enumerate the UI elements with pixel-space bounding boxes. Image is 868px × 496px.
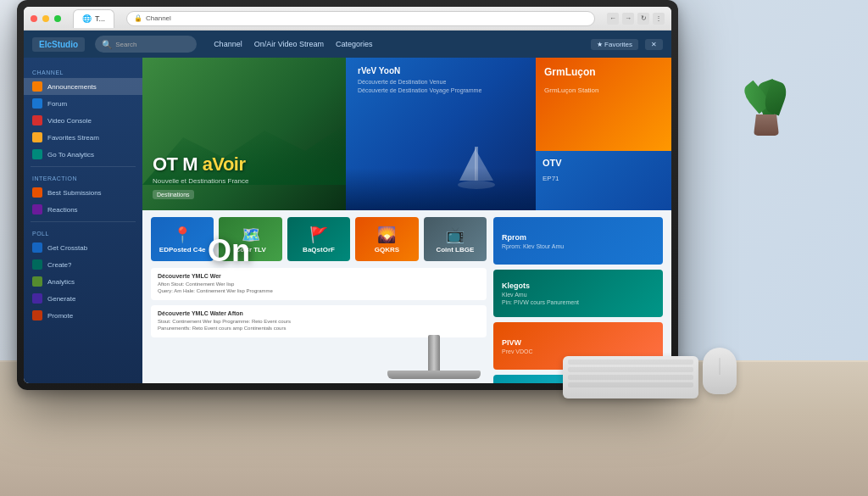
sidebar-label-favorites: Favorites Stream [47,134,99,142]
hero-title-block: OT M aVoir Nouvelle et Destinations Fran… [153,153,336,200]
sidebar-item-analytics[interactable]: Go To Analytics [24,146,142,163]
right-tile-2[interactable]: Klegots Klev Amu Pin: PIVW cours Panurem… [493,270,663,317]
reactions-icon [32,204,42,215]
favorites-button[interactable]: ★ Favorites [591,39,638,50]
browser-chrome: 🌐 T... 🔒 Channel ← → ↻ ⋮ [24,7,671,31]
generate-icon [32,293,42,304]
sidebar-item-promote[interactable]: Promote [24,307,142,324]
tile-orange[interactable]: 🌄 GQKRS [355,217,418,261]
browser-back[interactable]: ← [607,13,619,25]
app-nav-bar: ElcStudio 🔍 Search Channel On/Air Video … [24,31,671,58]
nav-search[interactable]: 🔍 Search [95,36,197,53]
tiles-row: 📍 EDPosted C4e 🗺️ CoBr TLV 🚩 BaQstOrF [151,217,487,261]
plant-pot [754,114,779,136]
tile-icon-3: 🚩 [309,226,328,244]
sidebar-item-submissions[interactable]: Best Submissions [24,184,142,201]
sidebar-item-video[interactable]: Video Console [24,112,142,129]
close-button[interactable] [31,15,37,22]
browser-refresh[interactable]: ↻ [637,13,649,25]
nav-item-onair[interactable]: On/Air Video Stream [254,40,324,48]
browser-forward[interactable]: → [622,13,634,25]
sidebar-item-create[interactable]: Create? [24,256,142,273]
sidebar-label-generate: Generate [47,295,75,303]
monitor-screen: 🌐 T... 🔒 Channel ← → ↻ ⋮ ElcStudio [24,7,671,383]
nav-items: Channel On/Air Video Stream Categories [214,40,372,48]
sidebar-item-crosstab[interactable]: Get Crosstab [24,239,142,256]
tile-label-1: EDPosted C4e [159,246,206,254]
poll-analytics-icon [32,276,42,287]
text-row-2: Découverte YMLC Water Afton Stout: Conti… [151,305,487,337]
tile-icon-1: 📍 [173,226,192,244]
sidebar-label-video: Video Console [47,117,92,125]
right-tile-sub-2: Klev Amu [502,292,654,298]
text-row-extra-1: Query: Am Hale: Continement Wer lisp Pro… [158,287,480,294]
tile-green[interactable]: 🗺️ CoBr TLV [219,217,281,261]
text-row-1: Découverte YMLC Wer Afton Stout: Contine… [151,268,487,300]
browser-menu[interactable]: ⋮ [653,13,665,25]
tile-blue[interactable]: 📍 EDPosted C4e [151,217,214,261]
close-nav-button[interactable]: ✕ [645,39,663,50]
scene: 🌐 T... 🔒 Channel ← → ↻ ⋮ ElcStudio [0,0,868,496]
sidebar-label-announcements: Announcements [47,83,97,91]
minimize-button[interactable] [42,15,49,22]
browser-tab[interactable]: 🌐 T... [73,9,114,28]
text-row-body-1: Afton Stout: Continement Wer lisp [158,281,480,287]
sidebar-divider-2 [31,221,136,222]
address-text: Channel [146,14,171,22]
hero-tile-sub-2: EP71 [536,175,671,182]
tile-teal[interactable]: 🚩 BaQstOrF [287,217,350,261]
main-content: OT M aVoir Nouvelle et Destinations Fran… [142,58,671,383]
hero-water [346,168,536,210]
sidebar-item-forum[interactable]: Forum [24,95,142,112]
search-placeholder: Search [115,41,136,48]
sidebar-label-forum: Forum [47,100,67,108]
search-icon: 🔍 [102,40,112,49]
address-lock-icon: 🔒 [134,14,142,22]
right-tile-sub-2b: Pin: PIVW cours Panurement [502,299,654,305]
tile-icon-5: 📺 [446,226,465,244]
nav-item-channel[interactable]: Channel [214,40,242,48]
sidebar-item-generate[interactable]: Generate [24,290,142,307]
content-area: Channel Announcements Forum Video Consol… [24,58,671,383]
hero-tag: Destinations [153,190,194,199]
text-row-body-2: Stout: Continement Wer lisp Programme: R… [158,318,480,325]
maximize-button[interactable] [54,15,61,22]
tile-label-2: CoBr TLV [235,246,265,254]
app-logo[interactable]: ElcStudio [32,37,85,52]
sidebar-item-reactions[interactable]: Reactions [24,201,142,218]
sidebar-divider-1 [31,166,136,167]
analytics-icon [32,149,42,159]
sidebar-item-favorites[interactable]: Favorites Stream [24,129,142,146]
right-tile-label-3: PIVW [502,338,654,347]
create-icon [32,259,42,270]
address-bar[interactable]: 🔒 Channel [126,11,595,26]
nav-item-categories[interactable]: Categories [336,40,373,48]
sidebar-item-poll-analytics[interactable]: Analytics [24,273,142,290]
sidebar-label-promote: Promote [47,312,73,320]
hero-center-panel: rVeV YooN Découverte de Destination Venu… [346,58,536,210]
tab-favicon: 🌐 [82,14,92,23]
plant-decoration [741,51,792,136]
tile-label-5: Coint LBGE [436,246,474,254]
right-tile-1[interactable]: Rprom Rprom: Klev Stour Amu [493,217,663,265]
tile-gray[interactable]: 📺 Coint LBGE [424,217,487,261]
sidebar-label-create: Create? [47,261,71,269]
hero-subtitle: Nouvelle et Destinations France [153,177,336,185]
monitor-bezel: 🌐 T... 🔒 Channel ← → ↻ ⋮ ElcStudio [17,0,678,390]
sidebar-label-crosstab: Get Crosstab [47,244,87,252]
monitor-stand-neck [428,335,440,373]
tile-label-4: GQKRS [375,246,399,254]
hero-center-title: rVeV YooN [358,66,524,75]
monitor-stand-base [387,371,481,379]
mouse [703,348,737,394]
hero-title-main: OT M aVoir [153,153,336,176]
sidebar-item-announcements[interactable]: Announcements [24,78,142,95]
text-row-extra-2: Panurementfs: Reto Event cours amp Conti… [158,325,480,332]
sidebar: Channel Announcements Forum Video Consol… [24,58,142,383]
hero-right-bottom: OTV EP71 [536,151,671,210]
right-tile-label-1: Rprom [502,233,654,242]
hero-left-panel: OT M aVoir Nouvelle et Destinations Fran… [142,58,346,210]
text-row-title-1: Découverte YMLC Wer [158,273,480,279]
sidebar-label-reactions: Reactions [47,206,78,214]
text-row-title-2: Découverte YMLC Water Afton [158,310,480,316]
